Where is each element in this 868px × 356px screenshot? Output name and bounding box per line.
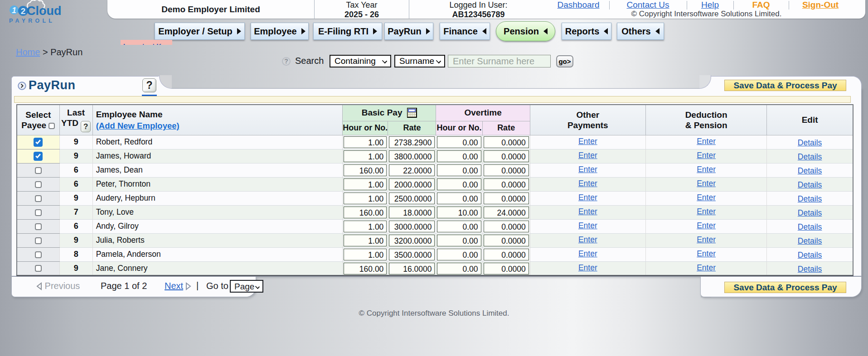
svg-text:2: 2	[21, 6, 26, 16]
svg-text:PAYROLL: PAYROLL	[9, 18, 55, 24]
svg-text:Cloud: Cloud	[27, 4, 61, 18]
svg-text:1: 1	[12, 6, 16, 15]
